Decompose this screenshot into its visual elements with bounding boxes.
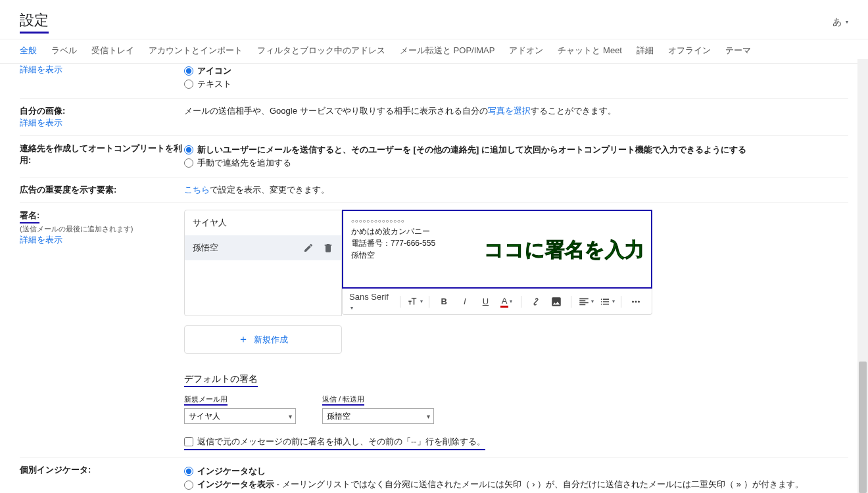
radio-autocomplete-manual[interactable] <box>184 158 193 168</box>
default-reply-label: 返信 / 転送用 <box>322 394 364 406</box>
bold-icon[interactable]: B <box>435 293 453 311</box>
scrollbar[interactable] <box>857 59 868 493</box>
radio-indicator-show[interactable] <box>184 481 193 490</box>
radio-button-icon[interactable] <box>184 66 193 76</box>
signature-item[interactable]: サイヤ人 <box>185 210 341 235</box>
section-label: 個別インジケータ: <box>20 464 184 476</box>
settings-content: 詳細を表示 アイコン テキスト 自分の画像: 詳細を表示 メールの送信相手や、G… <box>0 64 868 493</box>
font-size-icon[interactable]: ▾ <box>406 293 424 311</box>
select-photo-link[interactable]: 写真を選択 <box>488 106 531 116</box>
more-icon[interactable] <box>627 293 645 311</box>
signature-item-selected[interactable]: 孫悟空 <box>185 235 341 260</box>
underline-icon[interactable]: U <box>477 293 495 311</box>
annotation-overlay: ココに署名を入力 <box>484 235 644 264</box>
italic-icon[interactable]: I <box>456 293 474 311</box>
tab-labels[interactable]: ラベル <box>51 45 77 57</box>
chevron-down-icon: ▾ <box>846 19 848 25</box>
radio-label: インジケータを表示 - メーリングリストではなく自分宛に送信されたメールには矢印… <box>197 479 804 490</box>
defaults-title: デフォルトの署名 <box>184 373 258 387</box>
plus-icon: ＋ <box>238 333 249 346</box>
section-sublabel: (送信メールの最後に追加されます) <box>20 225 133 233</box>
section-label: 連絡先を作成してオートコンプリートを利用: <box>20 143 184 166</box>
tab-accounts[interactable]: アカウントとインポート <box>149 45 243 57</box>
tab-inbox[interactable]: 受信トレイ <box>91 45 134 57</box>
scroll-thumb[interactable] <box>859 362 867 493</box>
ads-link[interactable]: こちら <box>184 185 210 195</box>
section-label: 自分の画像: <box>20 105 184 117</box>
sig-line: ○○○○○○○○○○○○○○ <box>351 218 643 225</box>
radio-button-text[interactable] <box>184 80 193 89</box>
signature-name: 孫悟空 <box>193 242 218 254</box>
align-icon[interactable]: ▾ <box>577 293 595 311</box>
list-icon[interactable]: ▾ <box>598 293 616 311</box>
tab-advanced[interactable]: 詳細 <box>637 45 654 57</box>
checkbox-label: 返信で元のメッセージの前に署名を挿入し、その前の「--」行を削除する。 <box>197 436 485 448</box>
detail-link[interactable]: 詳細を表示 <box>20 64 62 74</box>
insert-before-checkbox[interactable] <box>184 437 193 446</box>
radio-indicator-none[interactable] <box>184 467 193 476</box>
font-selector[interactable]: Sans Serif ▾ <box>349 292 395 312</box>
tab-offline[interactable]: オフライン <box>668 45 711 57</box>
tab-filters[interactable]: フィルタとブロック中のアドレス <box>257 45 385 57</box>
tab-addons[interactable]: アドオン <box>509 45 543 57</box>
detail-link[interactable]: 詳細を表示 <box>20 235 62 245</box>
link-icon[interactable] <box>527 293 545 311</box>
detail-link[interactable]: 詳細を表示 <box>20 118 62 128</box>
page-title: 設定 <box>20 11 49 34</box>
tab-forwarding[interactable]: メール転送と POP/IMAP <box>400 45 494 57</box>
default-new-label: 新規メール用 <box>184 394 228 406</box>
default-reply-select[interactable]: 孫悟空 <box>322 408 434 424</box>
radio-label: 手動で連絡先を追加する <box>197 157 291 169</box>
default-new-select[interactable]: サイヤ人 <box>184 408 296 424</box>
signature-editor[interactable]: ○○○○○○○○○○○○○○ かめはめ波カンパニー 電話番号：777-666-5… <box>342 210 652 289</box>
tab-general[interactable]: 全般 <box>20 45 37 57</box>
new-signature-button[interactable]: ＋ 新規作成 <box>184 325 342 354</box>
radio-label: インジケータなし <box>197 465 266 477</box>
signature-name: サイヤ人 <box>193 217 227 229</box>
settings-tabs: 全般 ラベル 受信トレイ アカウントとインポート フィルタとブロック中のアドレス… <box>0 39 868 64</box>
lang-label: あ <box>832 16 842 28</box>
image-icon[interactable] <box>548 293 566 311</box>
image-text: メールの送信相手や、Google サービスでやり取りする相手に表示される自分の <box>184 106 488 116</box>
radio-label: 新しいユーザーにメールを送信すると、そのユーザーを [その他の連絡先] に追加し… <box>197 144 746 156</box>
tab-chat[interactable]: チャットと Meet <box>558 45 622 57</box>
text-color-icon[interactable]: A▾ <box>497 293 516 311</box>
tab-themes[interactable]: テーマ <box>725 45 751 57</box>
new-button-label: 新規作成 <box>254 334 288 346</box>
signature-toolbar: Sans Serif ▾ ▾ B I U A▾ ▾ ▾ <box>342 289 652 315</box>
radio-autocomplete-auto[interactable] <box>184 145 193 154</box>
edit-icon[interactable] <box>303 243 314 253</box>
image-text-after: することができます。 <box>531 106 616 116</box>
radio-label: テキスト <box>197 78 231 90</box>
signature-list: サイヤ人 孫悟空 <box>184 210 342 316</box>
ads-text: で設定を表示、変更できます。 <box>210 185 329 195</box>
delete-icon[interactable] <box>323 243 333 253</box>
radio-label: アイコン <box>197 65 231 77</box>
section-label-signature: 署名: <box>20 210 39 223</box>
section-label: 広告の重要度を示す要素: <box>20 184 184 196</box>
language-switch[interactable]: あ ▾ <box>832 16 848 28</box>
